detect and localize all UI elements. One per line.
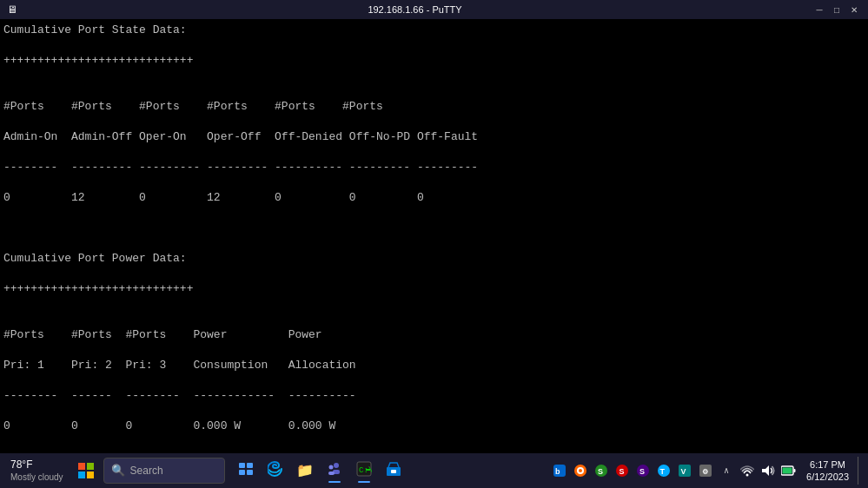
search-icon: 🔍 [111,464,125,478]
svg-rect-3 [87,472,94,478]
svg-rect-7 [247,470,253,475]
store-button[interactable] [380,457,407,485]
svg-rect-5 [247,463,253,468]
svg-marker-35 [762,465,769,476]
show-desktop-button[interactable] [858,457,863,485]
edge-icon [268,461,283,481]
app-icon-2[interactable] [572,457,589,485]
svg-rect-38 [783,468,792,474]
teams-button[interactable] [321,457,348,485]
app-icon-8[interactable]: ⚙ [697,457,714,485]
svg-rect-0 [78,463,85,470]
store-icon [386,461,401,481]
tray-overflow-button[interactable]: ∧ [718,457,735,485]
title-bar-controls: ─ □ ✕ [812,3,861,16]
svg-point-8 [334,463,339,468]
taskbar: 78°F Mostly cloudy 🔍 Search [0,453,868,488]
file-explorer-icon: 📁 [296,462,314,479]
svg-text:⚙: ⚙ [702,468,708,476]
network-icon[interactable] [739,457,756,485]
app-icon-1[interactable]: b [551,457,568,485]
svg-rect-2 [78,472,85,478]
app-icon-5[interactable]: S [634,457,652,485]
app-icon-4[interactable]: S [613,457,631,485]
svg-point-34 [746,474,749,477]
terminal-window[interactable]: Cumulative Port State Data: ++++++++++++… [0,19,868,453]
clock-time: 6:17 PM [810,458,845,471]
app-icon-7[interactable]: V [676,457,693,485]
svg-rect-4 [239,463,245,468]
title-bar-title: 192.168.1.66 - PuTTY [17,4,812,15]
volume-icon[interactable] [759,457,777,485]
task-view-button[interactable] [232,457,260,485]
svg-text:S: S [620,467,625,476]
weather-widget[interactable]: 78°F Mostly cloudy [5,457,69,485]
teams-icon [327,461,342,481]
start-button[interactable] [72,457,100,485]
weather-desc: Mostly cloudy [10,472,63,483]
clock-widget[interactable]: 6:17 PM 6/12/2023 [801,457,854,485]
svg-rect-14 [366,469,370,471]
taskbar-right: b S S S [551,457,863,485]
weather-temp: 78°F [10,458,32,472]
title-bar-icon: 🖥 [7,3,17,16]
putty-button[interactable]: C:\ [350,457,378,485]
svg-rect-11 [328,472,335,475]
file-explorer-button[interactable]: 📁 [291,457,319,485]
svg-rect-1 [87,463,94,470]
svg-rect-37 [794,469,796,472]
search-bar[interactable]: 🔍 Search [103,458,225,484]
svg-rect-16 [391,470,396,473]
title-bar: 🖥 192.168.1.66 - PuTTY ─ □ ✕ [0,0,868,19]
battery-icon[interactable] [780,457,798,485]
search-label: Search [130,465,163,477]
task-view-icon [239,463,253,479]
putty-icon: C:\ [356,461,372,481]
svg-text:S: S [639,467,645,476]
svg-point-21 [579,469,582,472]
svg-text:T: T [660,467,666,476]
app-icon-3[interactable]: S [593,457,610,485]
svg-rect-6 [239,470,245,475]
svg-text:b: b [555,467,560,476]
taskbar-center-icons: 📁 C:\ [232,457,407,485]
svg-text:S: S [598,467,603,476]
svg-point-10 [328,465,333,469]
svg-text:V: V [681,467,686,476]
clock-date: 6/12/2023 [806,471,849,483]
edge-button[interactable] [262,457,289,485]
close-button[interactable]: ✕ [847,3,861,16]
app-icon-6[interactable]: T [655,457,673,485]
maximize-button[interactable]: □ [830,3,844,16]
minimize-button[interactable]: ─ [812,3,826,16]
